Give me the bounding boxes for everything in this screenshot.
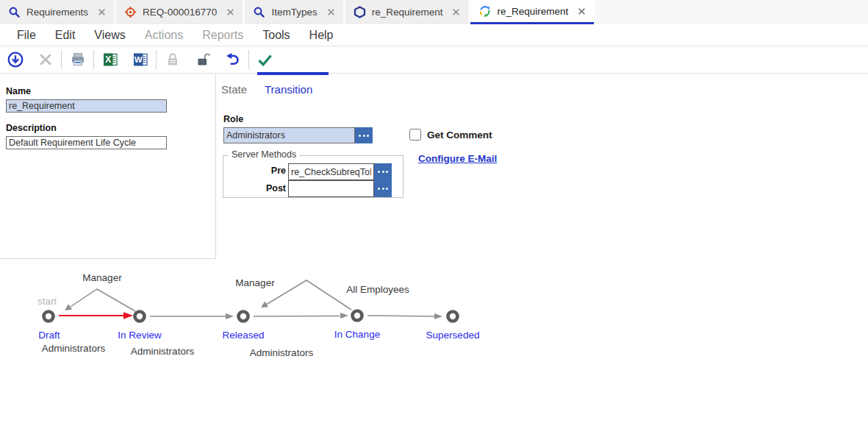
ellipsis-icon: [359, 135, 369, 137]
search-icon: [8, 6, 21, 18]
get-comment-label: Get Comment: [427, 129, 492, 141]
tab-req-item[interactable]: REQ-000016770: [116, 0, 243, 24]
tab-lifecycle-re-requirement[interactable]: re_Requirement: [470, 0, 594, 24]
transition-label-all-employees: All Employees: [346, 284, 409, 295]
undo-button[interactable]: [218, 46, 248, 73]
hexagon-icon: [354, 6, 366, 18]
tab-itemtype-re-requirement[interactable]: re_Requirement: [345, 0, 469, 24]
tab-strip: Requirements REQ-000016770 ItemTypes: [0, 0, 868, 24]
export-word-button[interactable]: W: [125, 46, 155, 73]
state-node-released[interactable]: [239, 312, 248, 321]
undo-icon: [224, 51, 242, 68]
confirm-button[interactable]: [250, 46, 280, 73]
tab-close-icon[interactable]: [226, 8, 234, 16]
tab-strip-filler: [596, 0, 868, 24]
tab-label: Requirements: [26, 7, 88, 18]
state-label-draft: Draft: [38, 330, 60, 341]
cancel-button: [30, 46, 60, 73]
checkmark-icon: [256, 51, 274, 69]
name-label: Name: [6, 86, 31, 96]
tab-close-icon[interactable]: [452, 8, 460, 16]
transition-panel: State Transition Role Get Comment Server…: [216, 74, 868, 259]
description-label: Description: [6, 123, 57, 133]
post-method-label: Post: [243, 183, 286, 193]
state-role-label-released: Administrators: [250, 347, 313, 358]
state-label-inchange: In Change: [334, 329, 380, 340]
save-icon: [7, 51, 24, 68]
target-icon: [124, 6, 137, 18]
transition-label-manager-2: Manager: [235, 277, 274, 288]
menu-help[interactable]: Help: [300, 29, 343, 42]
toolbar: X W: [0, 46, 868, 74]
description-input[interactable]: [6, 136, 167, 149]
print-button[interactable]: [62, 46, 93, 73]
tab-close-icon[interactable]: [578, 7, 586, 15]
state-label-released: Released: [222, 330, 264, 341]
state-node-superseded[interactable]: [448, 312, 458, 321]
state-role-label-draft: Administrators: [42, 343, 105, 354]
active-subtab-indicator: [257, 72, 329, 75]
unlock-button[interactable]: [187, 46, 218, 73]
menu-actions: Actions: [135, 29, 193, 42]
ellipsis-icon: [378, 171, 388, 173]
unlock-icon: [194, 51, 212, 68]
printer-icon: [69, 51, 87, 68]
svg-text:X: X: [105, 54, 112, 65]
ellipsis-icon: [378, 188, 388, 190]
toolbar-separator: [156, 50, 157, 69]
transition-released-to-inchange[interactable]: [254, 313, 348, 319]
menu-edit[interactable]: Edit: [46, 29, 85, 42]
role-label: Role: [223, 114, 243, 124]
svg-text:W: W: [134, 55, 142, 64]
transition-inreview-to-draft[interactable]: [65, 289, 135, 311]
search-icon: [253, 6, 265, 18]
role-input[interactable]: [223, 127, 355, 143]
menu-tools[interactable]: Tools: [253, 29, 299, 42]
toolbar-separator: [61, 50, 62, 69]
state-node-inchange[interactable]: [353, 311, 362, 321]
pre-method-label: Pre: [243, 166, 286, 176]
content-area: Name Description State Transition Role G…: [0, 74, 868, 259]
post-method-picker-button[interactable]: [374, 180, 392, 197]
lock-icon: [164, 51, 182, 68]
save-button[interactable]: [0, 46, 30, 73]
subtab-transition[interactable]: Transition: [265, 83, 312, 96]
transition-inchange-to-superseded[interactable]: [367, 313, 442, 319]
cancel-icon: [37, 51, 54, 68]
state-label-inreview: In Review: [118, 330, 161, 341]
start-label: start: [37, 296, 57, 307]
menu-bar: File Edit Views Actions Reports Tools He…: [0, 24, 868, 46]
toolbar-separator: [93, 50, 94, 69]
lifecycle-diagram: start Manager Manager All Employees Draf…: [0, 259, 868, 423]
server-methods-legend: Server Methods: [229, 149, 299, 160]
state-node-draft[interactable]: [44, 312, 54, 321]
transition-draft-to-inreview[interactable]: [59, 312, 133, 319]
tab-close-icon[interactable]: [98, 8, 106, 16]
lifecycle-form-panel: Name Description: [0, 74, 216, 259]
configure-email-link[interactable]: Configure E-Mail: [418, 153, 497, 164]
role-picker-button[interactable]: [355, 127, 373, 143]
lock-button: [157, 46, 187, 73]
pre-method-input[interactable]: [288, 163, 374, 180]
subtab-state[interactable]: State: [221, 83, 247, 96]
excel-icon: X: [101, 51, 119, 68]
toolbar-separator: [248, 50, 249, 69]
tab-label: re_Requirement: [372, 7, 443, 18]
menu-views[interactable]: Views: [85, 29, 134, 42]
application-window: Requirements REQ-000016770 ItemTypes: [0, 0, 868, 423]
menu-reports: Reports: [193, 29, 253, 42]
state-node-inreview[interactable]: [135, 312, 145, 321]
menu-file[interactable]: File: [7, 29, 46, 42]
export-excel-button[interactable]: X: [95, 46, 125, 73]
transition-label-manager-1: Manager: [82, 272, 121, 283]
lifecycle-diagram-canvas: [0, 259, 514, 340]
tab-label: re_Requirement: [497, 6, 568, 17]
tab-itemtypes[interactable]: ItemTypes: [245, 0, 342, 24]
get-comment-checkbox[interactable]: [409, 129, 421, 141]
tab-requirements[interactable]: Requirements: [0, 0, 114, 24]
pre-method-picker-button[interactable]: [374, 163, 392, 180]
name-input[interactable]: [6, 99, 167, 113]
post-method-input[interactable]: [288, 180, 374, 197]
transition-inreview-to-released[interactable]: [150, 313, 234, 319]
tab-close-icon[interactable]: [327, 8, 335, 16]
